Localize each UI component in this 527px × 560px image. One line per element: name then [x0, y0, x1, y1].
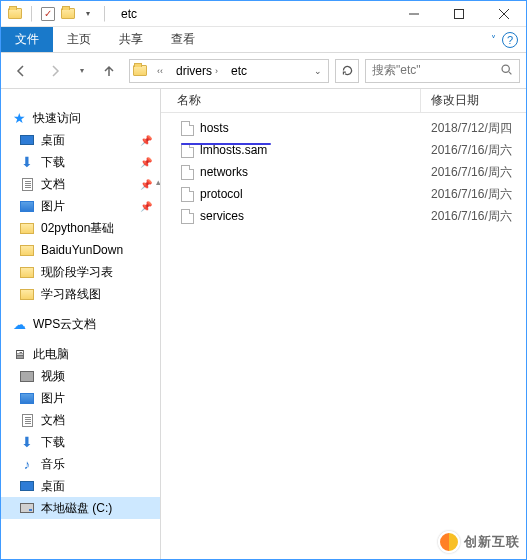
maximize-button[interactable]	[436, 1, 481, 27]
check-icon[interactable]: ✓	[40, 6, 56, 22]
breadcrumb-segment[interactable]: etc	[227, 60, 251, 82]
pc-icon: 🖥	[11, 346, 27, 362]
file-pane: 名称 修改日期 hosts 2018/7/12/周四 lmhosts.sam 2…	[161, 89, 526, 559]
column-date[interactable]: 修改日期	[421, 92, 479, 109]
tab-view[interactable]: 查看	[157, 27, 209, 52]
star-icon: ★	[11, 110, 27, 126]
sidebar-item-folder[interactable]: 现阶段学习表	[1, 261, 160, 283]
sidebar-item-pictures[interactable]: 图片	[1, 387, 160, 409]
annotation-underline	[181, 143, 271, 145]
folder-icon	[19, 220, 35, 236]
pin-icon: 📌	[140, 157, 152, 168]
tab-file[interactable]: 文件	[1, 27, 53, 52]
sidebar-item-documents[interactable]: 文档📌	[1, 173, 160, 195]
sidebar-item-video[interactable]: 视频	[1, 365, 160, 387]
pin-icon: 📌	[140, 201, 152, 212]
file-icon	[181, 121, 194, 136]
svg-rect-1	[454, 9, 463, 18]
file-icon	[181, 187, 194, 202]
folder-icon	[19, 242, 35, 258]
column-name[interactable]: 名称	[161, 89, 421, 112]
download-icon: ⬇	[19, 154, 35, 170]
sidebar-item-desktop[interactable]: 桌面📌	[1, 129, 160, 151]
sidebar-item-drive-c[interactable]: 本地磁盘 (C:)	[1, 497, 160, 519]
folder-icon	[19, 286, 35, 302]
svg-point-4	[502, 65, 509, 72]
file-icon	[181, 209, 194, 224]
history-dropdown-icon[interactable]: ▾	[75, 59, 89, 83]
document-icon	[19, 412, 35, 428]
help-icon[interactable]: ?	[502, 32, 518, 48]
search-placeholder: 搜索"etc"	[372, 62, 421, 79]
file-name: lmhosts.sam	[200, 143, 267, 157]
file-date: 2018/7/12/周四	[421, 120, 512, 137]
forward-button[interactable]	[41, 59, 69, 83]
watermark-text: 创新互联	[464, 533, 520, 551]
ribbon-tabs: 文件 主页 共享 查看 ˅ ?	[1, 27, 526, 53]
folder-icon	[132, 63, 148, 79]
breadcrumb-prev[interactable]: ‹‹	[150, 60, 170, 82]
address-bar[interactable]: ‹‹ drivers› etc ⌄	[129, 59, 329, 83]
folder-icon	[19, 264, 35, 280]
up-button[interactable]	[95, 59, 123, 83]
sidebar-this-pc[interactable]: 🖥此电脑	[1, 343, 160, 365]
tab-share[interactable]: 共享	[105, 27, 157, 52]
address-dropdown-icon[interactable]: ⌄	[310, 66, 326, 76]
refresh-button[interactable]	[335, 59, 359, 83]
watermark: 创新互联	[438, 531, 520, 553]
column-headers: 名称 修改日期	[161, 89, 526, 113]
svg-line-5	[509, 71, 511, 73]
folder-icon	[60, 6, 76, 22]
navigation-bar: ▾ ‹‹ drivers› etc ⌄ 搜索"etc"	[1, 53, 526, 89]
download-icon: ⬇	[19, 434, 35, 450]
close-button[interactable]	[481, 1, 526, 27]
file-row[interactable]: services 2016/7/16/周六	[161, 205, 526, 227]
music-icon: ♪	[19, 456, 35, 472]
sidebar-item-downloads[interactable]: ⬇下载	[1, 431, 160, 453]
sidebar-item-desktop[interactable]: 桌面	[1, 475, 160, 497]
file-date: 2016/7/16/周六	[421, 142, 512, 159]
pin-icon: 📌	[140, 179, 152, 190]
minimize-button[interactable]	[391, 1, 436, 27]
file-row[interactable]: protocol 2016/7/16/周六	[161, 183, 526, 205]
sidebar-item-folder[interactable]: 学习路线图	[1, 283, 160, 305]
search-icon	[500, 63, 513, 79]
sidebar-wps[interactable]: ☁WPS云文档	[1, 313, 160, 335]
sidebar-item-downloads[interactable]: ⬇下载📌	[1, 151, 160, 173]
file-list: hosts 2018/7/12/周四 lmhosts.sam 2016/7/16…	[161, 113, 526, 559]
document-icon	[19, 176, 35, 192]
separator	[31, 6, 32, 22]
file-row[interactable]: hosts 2018/7/12/周四	[161, 117, 526, 139]
scroll-up-icon[interactable]: ▴	[153, 177, 161, 187]
sidebar-item-documents[interactable]: 文档	[1, 409, 160, 431]
file-row[interactable]: networks 2016/7/16/周六	[161, 161, 526, 183]
back-button[interactable]	[7, 59, 35, 83]
search-input[interactable]: 搜索"etc"	[365, 59, 520, 83]
desktop-icon	[19, 132, 35, 148]
file-name: networks	[200, 165, 248, 179]
file-date: 2016/7/16/周六	[421, 186, 512, 203]
ribbon-expand-icon[interactable]: ˅	[491, 34, 496, 45]
tab-home[interactable]: 主页	[53, 27, 105, 52]
qat-dropdown-icon[interactable]: ▾	[80, 6, 96, 22]
video-icon	[19, 368, 35, 384]
window-title: etc	[115, 7, 137, 21]
sidebar-item-music[interactable]: ♪音乐	[1, 453, 160, 475]
sidebar-item-folder[interactable]: BaiduYunDown	[1, 239, 160, 261]
watermark-logo-icon	[438, 531, 460, 553]
sidebar-item-pictures[interactable]: 图片📌	[1, 195, 160, 217]
breadcrumb-segment[interactable]: drivers›	[172, 60, 225, 82]
separator	[104, 6, 105, 22]
sidebar-quick-access[interactable]: ★快速访问	[1, 107, 160, 129]
desktop-icon	[19, 478, 35, 494]
file-date: 2016/7/16/周六	[421, 208, 512, 225]
folder-icon	[7, 6, 23, 22]
cloud-icon: ☁	[11, 316, 27, 332]
pin-icon: 📌	[140, 135, 152, 146]
file-icon	[181, 165, 194, 180]
file-name: protocol	[200, 187, 243, 201]
file-name: services	[200, 209, 244, 223]
navigation-tree: ▴ ★快速访问 桌面📌 ⬇下载📌 文档📌 图片📌 02python基础 Baid…	[1, 89, 161, 559]
title-bar: ✓ ▾ etc	[1, 1, 526, 27]
sidebar-item-folder[interactable]: 02python基础	[1, 217, 160, 239]
